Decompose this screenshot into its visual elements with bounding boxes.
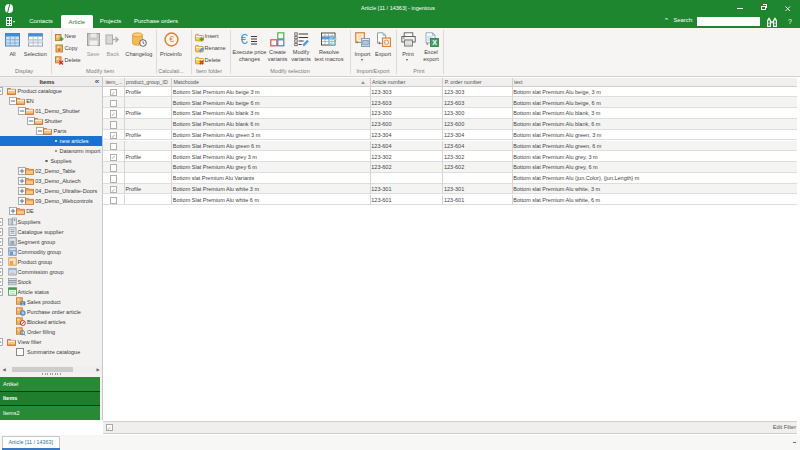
svg-text:€: €	[169, 34, 174, 44]
svg-text:X: X	[432, 39, 437, 46]
svg-text:€: €	[241, 31, 248, 46]
